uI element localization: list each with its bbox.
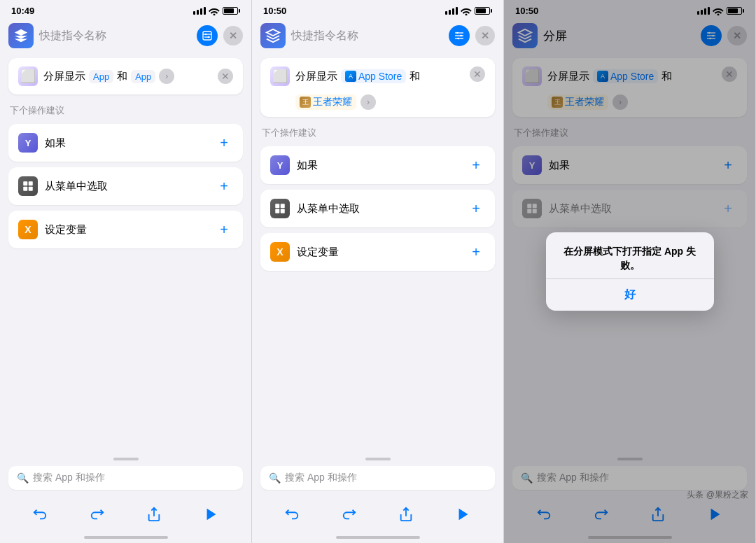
play-button-2[interactable] <box>453 504 474 525</box>
suggestion-if-label-1: 如果 <box>45 136 208 150</box>
undo-button-2[interactable] <box>281 504 302 525</box>
dialog-box: 在分屏模式下打开指定 App 失败。 好 <box>546 232 714 310</box>
share-button-1[interactable] <box>144 504 164 525</box>
svg-point-4 <box>208 36 210 38</box>
section-label-2: 下个操作建议 <box>260 127 495 139</box>
suggestion-var-2[interactable]: X 设定变量 + <box>260 233 495 271</box>
status-icons-1 <box>193 7 240 15</box>
search-bar-1[interactable]: 🔍 搜索 App 和操作 <box>8 466 243 490</box>
filter-button-2[interactable] <box>449 25 470 46</box>
bottom-area-1: 🔍 搜索 App 和操作 <box>0 453 251 498</box>
status-bar-2: 10:50 <box>252 0 503 19</box>
close-button-1[interactable]: ✕ <box>223 26 243 45</box>
add-menu-button-2[interactable]: + <box>467 199 485 218</box>
redo-button-1[interactable] <box>87 504 108 525</box>
action-row2-2: 王 王者荣耀 › <box>270 94 485 110</box>
suggestion-var-label-1: 设定变量 <box>45 223 208 237</box>
suggestion-menu-2[interactable]: 从菜单中选取 + <box>260 190 495 227</box>
dialog-overlay: 在分屏模式下打开指定 App 失败。 好 <box>504 0 755 543</box>
svg-point-3 <box>205 34 207 36</box>
bottom-toolbar-1 <box>0 498 251 533</box>
chevron-icon-1[interactable]: › <box>159 69 174 84</box>
chevron-icon-2[interactable]: › <box>360 94 376 110</box>
status-time-2: 10:50 <box>263 6 286 16</box>
shortcut-icon-1 <box>8 23 34 48</box>
suggestion-var-1[interactable]: X 设定变量 + <box>8 211 243 248</box>
var-icon-2: X <box>270 242 290 262</box>
redo-button-2[interactable] <box>339 504 360 525</box>
dialog-message: 在分屏模式下打开指定 App 失败。 <box>557 245 703 272</box>
action-text-2: 分屏显示 A App Store 和 <box>295 69 464 83</box>
bottom-area-2: 🔍 搜索 App 和操作 <box>252 453 503 498</box>
undo-button-1[interactable] <box>29 504 50 525</box>
action-card-2: ⬜ 分屏显示 A App Store 和 ✕ 王 王者荣耀 › <box>260 58 495 117</box>
app1-chip-2[interactable]: A App Store <box>341 69 406 83</box>
shortcut-icon-2 <box>260 23 286 48</box>
phone-panel-2: 10:50 快捷指令名称 <box>252 0 504 543</box>
share-button-2[interactable] <box>396 504 416 525</box>
svg-marker-23 <box>459 509 468 521</box>
svg-point-17 <box>457 38 459 40</box>
home-indicator-1 <box>84 536 168 539</box>
add-menu-button-1[interactable]: + <box>215 177 233 195</box>
suggestion-menu-1[interactable]: 从菜单中选取 + <box>8 167 243 205</box>
svg-point-13 <box>456 32 458 34</box>
svg-rect-5 <box>23 181 27 185</box>
add-var-button-2[interactable]: + <box>467 243 485 261</box>
signal-icon-1 <box>193 7 206 15</box>
search-icon-1: 🔍 <box>17 472 29 484</box>
content-1: ⬜ 分屏显示 App 和 App › ✕ 下个操作建议 Y 如果 + <box>0 52 251 453</box>
suggestion-if-label-2: 如果 <box>297 159 460 172</box>
remove-button-1[interactable]: ✕ <box>218 69 233 84</box>
status-bar-1: 10:49 <box>0 0 251 19</box>
phone-panel-1: 10:49 快捷指令名称 <box>0 0 252 543</box>
svg-rect-0 <box>203 31 211 40</box>
search-placeholder-2: 搜索 App 和操作 <box>285 472 357 484</box>
menu-icon-2 <box>270 199 290 218</box>
suggestion-if-2[interactable]: Y 如果 + <box>260 146 495 184</box>
home-indicator-2 <box>336 536 420 539</box>
app2-chip-2[interactable]: 王 王者荣耀 <box>295 94 356 110</box>
svg-point-15 <box>460 35 462 37</box>
nav-title-1[interactable]: 快捷指令名称 <box>39 29 191 43</box>
svg-rect-19 <box>281 204 285 208</box>
svg-rect-20 <box>275 209 279 213</box>
split-screen-icon-2: ⬜ <box>270 66 290 86</box>
split-screen-icon-1: ⬜ <box>18 66 38 86</box>
bottom-toolbar-2 <box>252 498 503 533</box>
filter-button-1[interactable] <box>197 25 218 46</box>
search-bar-2[interactable]: 🔍 搜索 App 和操作 <box>260 466 495 490</box>
svg-rect-18 <box>275 204 279 208</box>
suggestion-menu-label-1: 从菜单中选取 <box>45 180 208 193</box>
add-if-button-1[interactable]: + <box>215 134 233 152</box>
battery-icon-2 <box>475 7 492 15</box>
suggestion-menu-label-2: 从菜单中选取 <box>297 202 460 216</box>
nav-bar-1: 快捷指令名称 ✕ <box>0 19 251 52</box>
add-if-button-2[interactable]: + <box>467 156 485 174</box>
drag-handle-1 <box>113 458 139 460</box>
app1-chip-1[interactable]: App <box>89 70 113 83</box>
status-time-1: 10:49 <box>11 6 34 16</box>
if-icon-2: Y <box>270 155 290 175</box>
remove-button-2[interactable]: ✕ <box>470 66 485 82</box>
if-icon-1: Y <box>18 133 38 153</box>
appstore-icon-chip-2: A <box>345 71 356 82</box>
app2-chip-1[interactable]: App <box>131 70 155 83</box>
suggestion-var-label-2: 设定变量 <box>297 246 460 259</box>
search-placeholder-1: 搜索 App 和操作 <box>33 472 105 484</box>
dialog-ok-button[interactable]: 好 <box>557 279 703 311</box>
add-var-button-1[interactable]: + <box>215 220 233 239</box>
menu-icon-1 <box>18 176 38 196</box>
svg-rect-6 <box>29 181 33 185</box>
status-icons-2 <box>445 7 492 15</box>
signal-icon-2 <box>445 7 458 15</box>
wifi-icon-2 <box>461 7 472 15</box>
phone-panel-3: 10:50 分屏 <box>504 0 756 543</box>
svg-marker-10 <box>207 509 216 521</box>
var-icon-1: X <box>18 220 38 239</box>
play-button-1[interactable] <box>201 504 222 525</box>
suggestion-if-1[interactable]: Y 如果 + <box>8 124 243 162</box>
section-label-1: 下个操作建议 <box>8 104 243 117</box>
close-button-2[interactable]: ✕ <box>475 26 495 45</box>
nav-title-2[interactable]: 快捷指令名称 <box>291 29 443 43</box>
